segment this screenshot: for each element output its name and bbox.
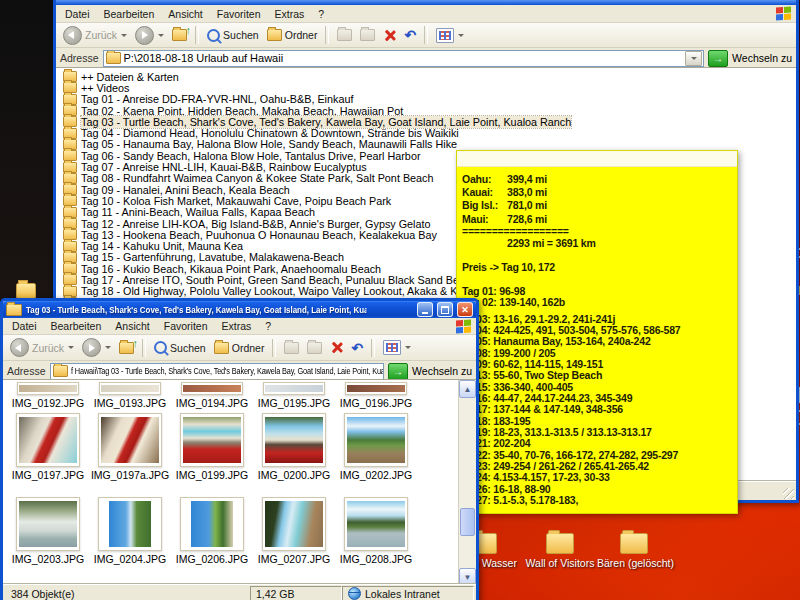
folder-icon — [546, 533, 574, 554]
file-item[interactable]: IMG_0203.JPG — [15, 497, 81, 565]
file-item[interactable]: IMG_0195.JPG — [261, 382, 327, 409]
back-button[interactable]: Zurück — [60, 25, 130, 46]
delete-icon — [383, 29, 396, 42]
menu-item[interactable]: Extras — [268, 7, 312, 21]
folders-button[interactable]: Ordner — [264, 28, 321, 42]
forward-dropdown-icon[interactable] — [105, 346, 111, 349]
vertical-scrollbar[interactable] — [458, 380, 476, 586]
scroll-up-button[interactable] — [459, 380, 476, 398]
desktop-icon[interactable]: Bären (gelöscht) — [597, 533, 671, 569]
forward-icon — [135, 26, 154, 45]
minimize-button[interactable] — [417, 302, 433, 317]
note-price-line: Preis -> Tag 10, 172 — [462, 261, 735, 274]
search-button[interactable]: Suchen — [151, 340, 209, 355]
move-to-button[interactable] — [334, 28, 355, 42]
file-item[interactable]: IMG_0200.JPG — [261, 413, 327, 481]
folder-list-item[interactable]: Tag 04 - Diamond Head, Honolulu Chinatow… — [60, 127, 796, 138]
folder-list-item[interactable]: ++ Videos — [60, 82, 796, 93]
copy-to-button[interactable] — [304, 341, 325, 355]
file-item[interactable]: IMG_0207.JPG — [261, 497, 327, 565]
folder-name: Tag 12 - Anreise LIH-KOA, Big Island-B&B… — [81, 218, 431, 230]
up-button[interactable] — [116, 341, 137, 355]
file-item[interactable]: IMG_0197a.JPG — [97, 413, 163, 481]
sticky-note-header[interactable] — [457, 151, 737, 167]
delete-button[interactable] — [327, 340, 346, 355]
file-item[interactable]: IMG_0206.JPG — [179, 497, 245, 565]
toolbar: Zurück Suchen Ordner — [56, 23, 796, 48]
file-item[interactable]: IMG_0199.JPG — [179, 413, 245, 481]
folder-list-item[interactable]: Tag 02 - Kaena Point, Hidden Beach, Maka… — [60, 105, 796, 116]
menu-item[interactable]: ? — [311, 7, 331, 21]
file-item[interactable]: IMG_0204.JPG — [97, 497, 163, 565]
scrollbar-thumb[interactable] — [460, 508, 475, 536]
delete-button[interactable] — [380, 28, 399, 43]
file-item[interactable]: IMG_0196.JPG — [343, 382, 409, 409]
menu-item[interactable]: Datei — [5, 319, 44, 333]
go-button[interactable] — [388, 363, 408, 380]
desktop-folder-icon-partial[interactable] — [16, 283, 36, 299]
folder-list-item[interactable]: Tag 05 - Hanauma Bay, Halona Blow Hole, … — [60, 139, 796, 150]
menu-item[interactable]: Datei — [58, 7, 97, 21]
status-objects: 384 Objekt(e) — [5, 586, 250, 600]
menu-item[interactable]: Ansicht — [161, 7, 209, 21]
folders-button[interactable]: Ordner — [211, 341, 268, 355]
menu-item[interactable]: Bearbeiten — [44, 319, 109, 333]
close-button[interactable] — [457, 302, 473, 317]
forward-button[interactable] — [79, 337, 114, 358]
file-item[interactable]: IMG_0192.JPG — [15, 382, 81, 409]
resize-grip[interactable] — [783, 488, 794, 499]
thumbnail-image — [347, 501, 405, 547]
title-bar[interactable]: Tag 03 - Turtle Beach, Shark's Cove, Ted… — [3, 301, 476, 318]
folder-name: ++ Videos — [81, 82, 129, 94]
address-input[interactable]: f Hawaii\Tag 03 - Turtle Beach, Shark's … — [50, 363, 385, 380]
menu-item[interactable]: Favoriten — [157, 319, 215, 333]
go-button[interactable] — [708, 50, 728, 67]
thumbnail-frame — [263, 382, 325, 395]
sticky-note[interactable]: Oahu:399,4 miKauai:383,0 miBig Isl.:781,… — [456, 150, 738, 514]
undo-button[interactable] — [401, 28, 419, 42]
intranet-globe-icon — [348, 587, 361, 600]
folder-list-item[interactable]: Tag 03 - Turtle Beach, Shark's Cove, Ted… — [60, 116, 796, 127]
copy-to-button[interactable] — [357, 28, 378, 42]
file-item[interactable]: IMG_0193.JPG — [97, 382, 163, 409]
search-button[interactable]: Suchen — [204, 28, 262, 43]
maximize-button[interactable] — [437, 302, 453, 317]
forward-dropdown-icon[interactable] — [158, 34, 164, 37]
forward-button[interactable] — [132, 25, 167, 46]
file-item[interactable]: IMG_0194.JPG — [179, 382, 245, 409]
address-input[interactable]: P:\2018-08-18 Urlaub auf Hawaii — [103, 50, 705, 67]
menu-item[interactable]: Bearbeiten — [97, 7, 162, 21]
views-button[interactable] — [380, 339, 414, 356]
thumbnail-frame — [16, 497, 80, 551]
file-item[interactable]: IMG_0202.JPG — [343, 413, 409, 481]
status-bar: 384 Objekt(e) 1,42 GB Lokales Intranet — [3, 583, 476, 600]
back-button[interactable]: Zurück — [7, 337, 77, 358]
move-to-button[interactable] — [281, 341, 302, 355]
menu-item[interactable]: Extras — [215, 319, 259, 333]
search-label: Suchen — [223, 29, 259, 41]
status-size: 1,42 GB — [250, 586, 342, 600]
folder-list-item[interactable]: Tag 01 - Anreise DD-FRA-YVR-HNL, Oahu-B&… — [60, 94, 796, 105]
folder-list-item[interactable]: ++ Dateien & Karten — [60, 71, 796, 82]
views-button[interactable] — [433, 27, 467, 44]
folders-label: Ordner — [232, 342, 265, 354]
menu-item[interactable]: Ansicht — [108, 319, 156, 333]
menu-item[interactable]: ? — [258, 319, 278, 333]
folder-name: ++ Dateien & Karten — [81, 71, 179, 83]
file-item[interactable]: IMG_0208.JPG — [343, 497, 409, 565]
menu-items: DateiBearbeitenAnsichtFavoritenExtras? — [5, 319, 278, 333]
menu-item[interactable]: Favoriten — [210, 7, 268, 21]
back-icon — [63, 26, 82, 45]
back-dropdown-icon[interactable] — [121, 34, 127, 37]
undo-button[interactable] — [348, 341, 366, 355]
desktop-icon[interactable]: Wall of Visitors — [523, 533, 597, 569]
file-item[interactable]: IMG_0197.JPG — [15, 413, 81, 481]
folder-icon — [620, 533, 648, 554]
up-button[interactable] — [169, 28, 190, 42]
window-title: Tag 03 - Turtle Beach, Shark's Cove, Ted… — [26, 305, 367, 315]
note-distance-row: Big Isl.:781,0 mi — [462, 199, 735, 212]
folder-name: Tag 10 - Koloa Fish Market, Makauwahi Ca… — [81, 195, 391, 207]
address-dropdown-button[interactable] — [685, 51, 702, 66]
note-entry: 17: 137-144 & 147-149, 348-356 — [462, 404, 735, 415]
back-dropdown-icon[interactable] — [68, 346, 74, 349]
